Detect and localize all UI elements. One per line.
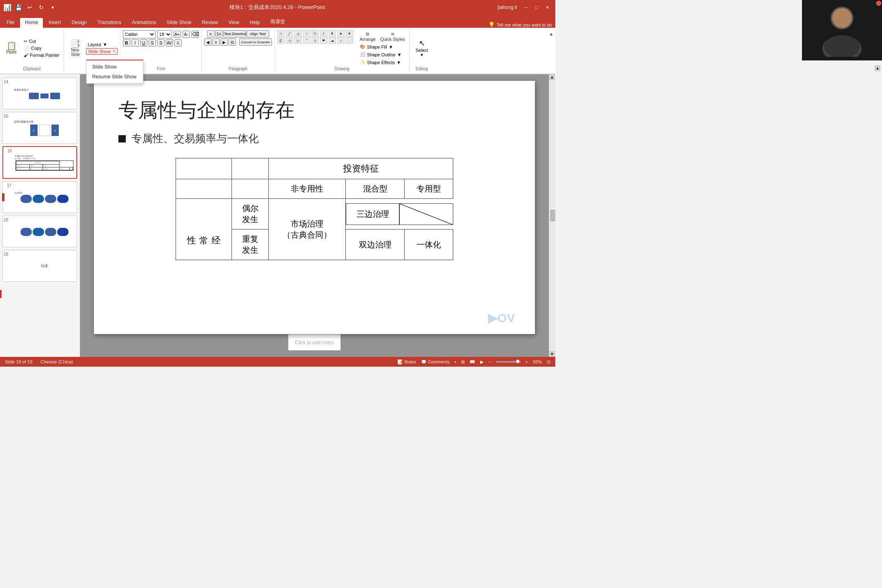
format-painter-button[interactable]: 🖌 Format Painter	[22, 52, 61, 58]
scroll-bottom-button[interactable]: ▼	[549, 351, 555, 357]
scrollbar-track[interactable]	[549, 80, 555, 209]
strikethrough-button[interactable]: S	[149, 39, 156, 47]
tab-insert[interactable]: Insert	[44, 18, 66, 28]
tab-slideshow[interactable]: Slide Show	[162, 18, 196, 28]
new-slide-button[interactable]: 📑 NewSlide	[67, 38, 85, 58]
tab-home[interactable]: Home	[20, 18, 43, 28]
tab-yuketang[interactable]: 雨课堂	[265, 17, 290, 28]
zoom-in-button[interactable]: +	[526, 359, 528, 364]
normal-view-button[interactable]: ▪	[454, 359, 456, 364]
convert-smartart-button[interactable]: Convert to SmartArt	[239, 38, 272, 46]
tab-transitions[interactable]: Transitions	[93, 18, 126, 28]
shape-9[interactable]: ⊏	[277, 37, 285, 44]
notes-button[interactable]: 📝 Notes	[397, 359, 416, 365]
minimize-button[interactable]: ─	[521, 3, 531, 11]
scrollbar-track-bottom[interactable]	[549, 223, 555, 351]
shape-7[interactable]: ⬆	[329, 30, 336, 37]
shape-15[interactable]: ☁	[329, 37, 336, 44]
char-spacing-button[interactable]: AV	[166, 39, 173, 47]
tab-review[interactable]: Review	[197, 18, 223, 28]
tab-file[interactable]: File	[2, 18, 19, 28]
layout-button[interactable]: Layout ▼	[86, 42, 118, 47]
tab-animations[interactable]: Animations	[127, 18, 161, 28]
zoom-slider[interactable]	[496, 361, 521, 363]
cut-button[interactable]: ✂ Cut	[22, 38, 61, 45]
slide-thumb-15[interactable]: 15 交易问题解决方案 ▲ ▲	[2, 112, 77, 144]
collapse-ribbon-button[interactable]: ▲	[547, 29, 555, 72]
shape-fill-dropdown[interactable]: ▼	[389, 45, 393, 49]
bold-button[interactable]: B	[123, 39, 130, 47]
maximize-button[interactable]: □	[532, 3, 541, 11]
font-size-select[interactable]: 18	[157, 30, 172, 38]
reading-view-button[interactable]: 📖	[470, 359, 475, 365]
slide-sorter-button[interactable]: ⊞	[461, 359, 465, 365]
text-direction-button[interactable]: Text Direction	[223, 30, 246, 38]
shape-effects-dropdown[interactable]: ▼	[396, 60, 401, 65]
shape-6[interactable]: ⟩	[320, 30, 327, 37]
scrollbar-thumb[interactable]	[550, 209, 555, 222]
shape-10[interactable]: ◁	[286, 37, 293, 44]
slide-thumb-17[interactable]: 17 企业理论	[2, 181, 77, 213]
fit-window-button[interactable]: ⊡	[547, 359, 550, 365]
copy-button[interactable]: 📄 Copy	[22, 45, 61, 51]
align-center-button[interactable]: ≡	[212, 38, 220, 46]
zoom-out-button[interactable]: −	[488, 359, 491, 364]
notes-area[interactable]: Click to add notes	[288, 334, 340, 350]
tab-help[interactable]: Help	[245, 18, 265, 28]
arrange-button[interactable]: ⧉ Arrange	[358, 30, 377, 43]
shape-1[interactable]: □	[277, 30, 285, 37]
shape-fill-button[interactable]: 🎨 Shape Fill ▼	[358, 43, 407, 50]
align-text-button[interactable]: Align Text	[247, 30, 269, 38]
font-color-button[interactable]: A	[174, 39, 182, 47]
slide-thumb-18[interactable]: 18	[2, 216, 77, 247]
align-right-button[interactable]: ▶	[220, 38, 228, 46]
shape-16[interactable]: ⌂	[337, 37, 345, 44]
font-decrease-button[interactable]: A-	[183, 31, 190, 38]
font-family-select[interactable]: Calibri	[123, 30, 156, 38]
slideshow-view-button[interactable]: ▶	[480, 359, 483, 365]
shadow-button[interactable]: S	[157, 39, 165, 47]
customize-qat-button[interactable]: ▼	[48, 3, 57, 12]
numbering-button[interactable]: 1≡	[215, 30, 223, 38]
slideshow-item[interactable]: Slide Show	[87, 62, 143, 72]
shape-13[interactable]: ◇	[312, 37, 319, 44]
shape-5[interactable]: ⬡	[312, 30, 319, 37]
slide-thumb-16[interactable]: 16 专属性与企业的存在 ■ 专属性、交易频率与一体化 投资特征 非专用混合型专…	[2, 146, 77, 179]
shape-2[interactable]: ╱	[286, 30, 293, 37]
shape-effects-button[interactable]: ✨ Shape Effects ▼	[358, 59, 407, 66]
quick-styles-button[interactable]: ≋ Quick Styles	[379, 30, 407, 43]
close-button[interactable]: ✕	[542, 3, 552, 11]
slideshow-dropdown-button[interactable]: Slide Show ✕	[86, 48, 118, 55]
slide-thumb-19[interactable]: 19 结束	[2, 250, 77, 282]
tab-design[interactable]: Design	[67, 18, 91, 28]
shape-outline-button[interactable]: ⬜ Shape Outline ▼	[358, 51, 407, 58]
shape-17[interactable]	[346, 37, 353, 44]
select-button[interactable]: ↖ Select ▼	[413, 37, 431, 59]
shape-3[interactable]: △	[294, 30, 302, 37]
resume-slideshow-item[interactable]: Resume Slide Show	[87, 72, 143, 82]
shape-12[interactable]: ⌒	[303, 37, 310, 44]
shape-11[interactable]: ▷	[294, 37, 302, 44]
undo-button[interactable]: ↩	[25, 3, 34, 12]
tab-view[interactable]: View	[224, 18, 244, 28]
justify-button[interactable]: ⊟	[229, 38, 236, 46]
font-increase-button[interactable]: A+	[174, 31, 181, 38]
underline-button[interactable]: U	[140, 39, 147, 47]
redo-button[interactable]: ↻	[37, 3, 46, 12]
paste-button[interactable]: 📋 Paste	[2, 40, 20, 56]
shape-outline-dropdown[interactable]: ▼	[397, 52, 402, 57]
comments-button[interactable]: 💬 Comments	[421, 359, 450, 365]
shape-14[interactable]: ❤	[320, 37, 327, 44]
slideshow-close-icon[interactable]: ✕	[112, 49, 116, 53]
zoom-thumb[interactable]	[516, 359, 520, 363]
align-left-button[interactable]: ◀	[204, 38, 212, 46]
italic-button[interactable]: I	[131, 39, 139, 47]
slide-thumb-14[interactable]: 14 专属交易设计	[2, 78, 77, 109]
bullets-button[interactable]: ≡	[207, 30, 214, 38]
scroll-top-button[interactable]: ▲	[549, 74, 555, 80]
save-button[interactable]: 💾	[14, 3, 23, 12]
shapes-more-button[interactable]: ▼	[346, 30, 353, 37]
shape-8[interactable]: ★	[337, 30, 345, 37]
clear-format-button[interactable]: ⌫	[192, 31, 199, 38]
select-dropdown[interactable]: ▼	[420, 53, 424, 57]
